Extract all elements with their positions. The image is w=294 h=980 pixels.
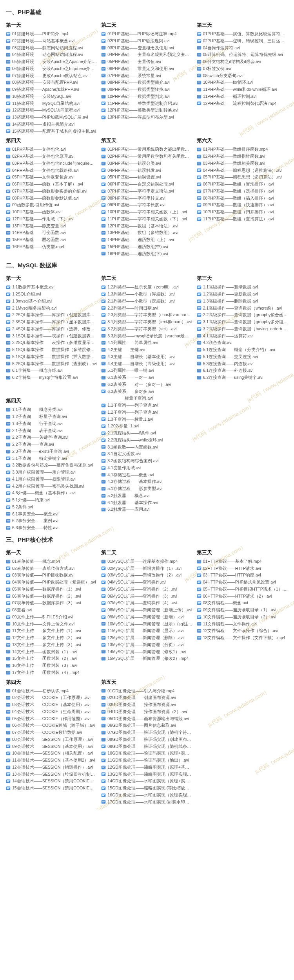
- file-item[interactable]: 15PHP基础——遍历数组(中).avi: [101, 243, 192, 250]
- file-item[interactable]: 13PHP基础——数组（多维数组）.avi: [101, 229, 192, 236]
- file-item[interactable]: 06PHP基础——函数（基本了解）.avi: [6, 181, 97, 188]
- file-item[interactable]: 08MySQL扩展——新闻管理（新增上传）.avi: [101, 607, 192, 614]
- file-item[interactable]: 2.2子查询——关键字-查询.avi: [6, 434, 97, 441]
- file-item[interactable]: 10PHP基础——函数体.avi: [6, 209, 97, 216]
- file-item[interactable]: 15MySQL扩展——新闻管理（修改2）.mp4: [101, 655, 192, 662]
- file-item[interactable]: 2.3子查询——exists子查询.avi: [6, 448, 97, 455]
- file-item[interactable]: 2.1Mysql服务端架构.avi: [6, 305, 97, 312]
- file-item[interactable]: 4.2联合查询.avi: [197, 339, 288, 346]
- file-item[interactable]: 05PHP基础——变量传值.avi: [101, 58, 192, 65]
- file-item[interactable]: 02表单传值——表单传值方式.avi: [6, 565, 97, 572]
- file-item[interactable]: 10PHP基础——数组（归并排序）.avi: [197, 209, 288, 216]
- file-item[interactable]: 05会话技术——COOKIE（作用范围）.avi: [6, 715, 97, 722]
- file-item[interactable]: 08PHP基础——字符串转义.avi: [101, 195, 192, 202]
- file-item[interactable]: 06GD图像处理——图片信息获取.avi: [101, 722, 192, 729]
- file-item[interactable]: 4.1用户权限管理——权限管理.avi: [6, 476, 97, 483]
- file-item[interactable]: 11搭建环境——MySQL目录结构.avi: [6, 100, 97, 107]
- file-item[interactable]: 06PHP基础——自定义错误处理.avi: [101, 181, 192, 188]
- file-item[interactable]: 4.1变量作用域.avi: [101, 465, 192, 472]
- file-item[interactable]: 06搭建环境——安装Apache之httpd.exe介绍.avi: [6, 65, 97, 72]
- file-item[interactable]: 6.1触发器——基本操作.avi: [101, 499, 192, 506]
- file-item[interactable]: 05GD图像处理——画布资源输出与销毁.avi: [101, 715, 192, 722]
- file-item[interactable]: 1.3mysql基本介绍.avi: [6, 298, 97, 305]
- file-item[interactable]: 3.1函数数——内置函数.avi: [101, 444, 192, 451]
- file-item[interactable]: 04PHP基础——文件包含载路径.avi: [6, 167, 97, 174]
- file-item[interactable]: 03PHP基础——变量概念及使用.avi: [101, 45, 192, 52]
- file-item[interactable]: 05搭建环境——安装Apache之Apache介绍.avi: [6, 58, 97, 65]
- file-item[interactable]: 5.1连接查询——概念（分类介绍）.avi: [197, 346, 288, 353]
- file-item[interactable]: 6.1连接查询——外连接.avi: [197, 367, 288, 374]
- file-item[interactable]: 12PHP基础——作用域（下）.avi: [6, 216, 97, 223]
- file-item[interactable]: 02HTTP协议——HTTP请求.avi: [197, 565, 288, 572]
- file-item[interactable]: 3.1自定义函数.avi: [101, 450, 192, 458]
- file-item[interactable]: 02MySQL扩展——新增改操作（1）.avi: [101, 565, 192, 572]
- file-item[interactable]: 15GD图像处理——缩略图实现 (等比缩放计算) .avi: [101, 785, 192, 792]
- file-item[interactable]: 1.3子查询——行子查询.avi: [6, 420, 97, 427]
- file-item[interactable]: 2.2列类型——时间日期.avi: [101, 305, 192, 312]
- file-item[interactable]: 3.3列类型——mysql记录长度（varchar最大长度）.avi: [101, 333, 192, 340]
- file-item[interactable]: 07PHP基础——系统常量.avi: [101, 72, 192, 79]
- file-item[interactable]: 04GD图像处理——操作画布资源（2）.avi: [101, 708, 192, 715]
- file-item[interactable]: 09PHP基础——字符串长度.avi: [101, 202, 192, 209]
- file-item[interactable]: 07PHP基础——数组（选择排序）.avi: [197, 188, 288, 195]
- file-item[interactable]: 05PHP基础——文件嵌套包含.avi: [6, 174, 97, 181]
- file-item[interactable]: 09函数参数-引用传值.avi: [6, 202, 97, 209]
- file-item[interactable]: 12PHP基础——整数类型进制转换.avi: [101, 107, 192, 114]
- file-item[interactable]: 07标签实例.avi: [197, 65, 288, 72]
- file-item[interactable]: 08PHP基础——数组（插入排序）.avi: [197, 195, 288, 202]
- file-item[interactable]: 13GD图像处理——缩略图实现（原理实现）.avi: [101, 771, 192, 778]
- file-item[interactable]: 3.3用户权限管理——用户管理.avi: [6, 469, 97, 476]
- file-item[interactable]: 6.2触发器——应用.avi: [101, 506, 192, 513]
- file-item[interactable]: 2.2子查询——查询.avi: [6, 441, 97, 448]
- file-item[interactable]: 5.1列属性——唯一键.avi: [101, 367, 192, 374]
- file-item[interactable]: 1.3列类型——小数型（浮点数）.avi: [101, 291, 192, 298]
- file-item[interactable]: 13PHP基础——浮点型和布尔型.avi: [101, 114, 192, 121]
- file-item[interactable]: 03会话技术——COOKIE（基本使用）.avi: [6, 701, 97, 708]
- file-item[interactable]: 12PHP基础——数组（基本语法）.avi: [101, 223, 192, 230]
- file-item[interactable]: 11文件编程——文件操作.avi: [197, 621, 288, 628]
- file-item[interactable]: 05MySQL扩展——查询操作（2）.avi: [101, 586, 192, 593]
- file-item[interactable]: 6.2表关系——对一（多对一）.avi: [101, 381, 192, 388]
- file-item[interactable]: 02会话技术——COOKIE（工作原理）.avi: [6, 694, 97, 701]
- file-item[interactable]: 4.3存储过程——基本操作.avi: [101, 478, 192, 485]
- file-item[interactable]: 09MySQL扩展——新闻管理（新增）.avi: [101, 614, 192, 621]
- file-item[interactable]: 14PHP基础——遍历数组（上）.avi: [101, 236, 192, 243]
- file-item[interactable]: 6.1表关系——一对一.avi: [101, 374, 192, 381]
- file-item[interactable]: 13搭建环境——PHP加载MySQL扩展.avi: [6, 114, 97, 121]
- file-item[interactable]: 5.2触发器——概念.avi: [101, 492, 192, 499]
- file-item[interactable]: 1.1子查询——列子查询.avi: [101, 402, 192, 409]
- file-item[interactable]: 2.2SQL基本操作——库操作（创建数据库）.avi: [6, 312, 97, 319]
- file-item[interactable]: 04PHP基础——变量命名规则和预定义变量及可变变量.avi: [101, 51, 192, 58]
- file-item[interactable]: 03GD图像处理——操作画布资源.avi: [101, 701, 192, 708]
- file-item[interactable]: 03表单传值——PHP接收数据.avi: [6, 572, 97, 579]
- file-item[interactable]: 06分支结构之if结构及if嵌套.avi: [197, 58, 288, 65]
- file-item[interactable]: 5.1连接查询——交叉连接.avi: [197, 353, 288, 360]
- file-item[interactable]: 1.2SQL介绍.avi: [6, 291, 97, 298]
- file-item[interactable]: 2.1子查询——表子查询.avi: [6, 427, 97, 434]
- file-item[interactable]: 01PHP基础——PHP标记与注释.mp4: [101, 31, 192, 38]
- file-item[interactable]: 14GD图像处理——水印图实现（原理+实现）.avi: [101, 778, 192, 785]
- file-item[interactable]: 11PHP基础——while和do-while循环.avi: [197, 86, 288, 93]
- file-item[interactable]: 05HTTP协议——PHP模拟HTTP请求（1）.avi: [197, 586, 288, 593]
- file-item[interactable]: 3.1列类型——字符串类型（text和enum）.avi: [101, 319, 192, 326]
- file-item[interactable]: 4.3主键——自增长（基本使用）.avi: [101, 353, 192, 360]
- file-item[interactable]: 1.1子查询——概念分类.avi: [6, 406, 97, 413]
- file-item[interactable]: 11会话技术——SESSION（基本使用2）.avi: [6, 757, 97, 764]
- file-item[interactable]: 13文件上传——多文件上传（3）.avi: [6, 641, 97, 649]
- file-item[interactable]: 1.3子查询——标量.1.avi: [101, 416, 192, 423]
- file-item[interactable]: 10文件编程——遍历读取目录（2）.avi: [197, 614, 288, 621]
- file-item[interactable]: 07会话技术——COOKIE数组数据.avi: [6, 729, 97, 736]
- file-item[interactable]: 09文件上传——$_FILES介绍.avi: [6, 614, 97, 621]
- file-item[interactable]: 02PHP基础——PHP语法规则.avi: [101, 38, 192, 45]
- file-item[interactable]: 12MySQL扩展——新闻管理（删除）.avi: [101, 634, 192, 641]
- file-item[interactable]: 3.2数据备份与还原——整库备份与还原.avi: [6, 462, 97, 469]
- file-item[interactable]: 3.1高级操作——查询数据（groupby多分组+回溯+排序): [197, 319, 288, 326]
- file-item[interactable]: 1.1高级操作——新增数据.avi: [197, 284, 288, 291]
- file-item[interactable]: 5.3连接查询——内连接.avi: [197, 360, 288, 368]
- file-item[interactable]: 1.3高级操作——删除数据.avi: [197, 298, 288, 305]
- file-item[interactable]: 2.3列类型——字符串类型（char和varchar）.avi: [101, 312, 192, 319]
- file-item[interactable]: 06PHP基础——常量定义和使用.avi: [101, 65, 192, 72]
- file-item[interactable]: 03PHP基础——数组相关函数.avi: [197, 160, 288, 167]
- file-item[interactable]: 10GD图像处理——验证码实现（原理+实现方式）.avi: [101, 750, 192, 757]
- file-item[interactable]: 6.3表关系——多对多.avi: [101, 388, 192, 395]
